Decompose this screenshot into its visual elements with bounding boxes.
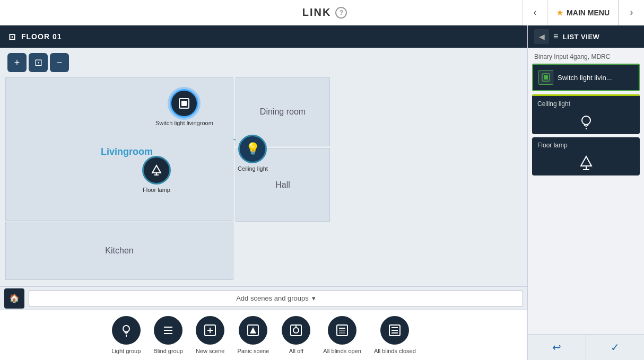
add-scenes-button[interactable]: Add scenes and groups ▾: [29, 290, 523, 307]
floor-lamp-icon: [150, 164, 163, 177]
device-info: Binary Input 4gang, MDRC: [528, 48, 644, 64]
svg-rect-20: [337, 325, 347, 336]
device-floor-lamp-circle: [142, 156, 171, 185]
scene-panic-scene[interactable]: Panic scene: [237, 316, 269, 354]
star-icon: ★: [556, 8, 563, 17]
zoom-out-button[interactable]: −: [50, 53, 69, 72]
switch-item-icon: [538, 70, 553, 85]
scene-all-blinds-closed-icon: [380, 316, 409, 345]
scene-light-group-icon: [112, 316, 141, 345]
confirm-button[interactable]: ✓: [586, 335, 644, 360]
svg-marker-4: [152, 165, 161, 173]
scene-blind-group-icon: [154, 316, 182, 345]
collapse-panel-button[interactable]: ◀: [534, 29, 549, 44]
list-view-icon: ≡: [553, 32, 559, 41]
scene-all-off-icon: [282, 316, 310, 345]
scene-all-blinds-closed-label: All blinds closed: [374, 348, 416, 354]
scene-blind-group[interactable]: Blind group: [153, 316, 183, 354]
ceiling-light-item-label: Ceiling light: [532, 96, 640, 109]
floor-lamp-list-icon: [578, 154, 595, 171]
room-dining-label: Dining room: [260, 107, 306, 117]
scene-panic-scene-icon: [239, 316, 267, 345]
floor-header: ⊡ FLOOR 01: [0, 25, 527, 48]
left-panel: ⊡ FLOOR 01 + ⊡ − Kitchen Dining ro: [0, 25, 527, 360]
floor-title: FLOOR 01: [21, 32, 62, 41]
switch-light-item-label: Switch light livin...: [558, 74, 612, 82]
fit-button[interactable]: ⊡: [29, 53, 48, 72]
home-icon: 🏠: [9, 293, 20, 303]
list-item-ceiling-light[interactable]: Ceiling light: [532, 94, 640, 134]
device-ceiling-light[interactable]: 💡 Ceiling light: [238, 135, 268, 172]
zoom-in-button[interactable]: +: [7, 53, 27, 72]
scene-all-blinds-open-icon: [328, 316, 356, 345]
back-button[interactable]: ↩: [528, 335, 586, 360]
nav-area: ‹ ★ MAIN MENU ›: [522, 0, 644, 25]
right-actions: ↩ ✓: [528, 334, 644, 360]
scene-all-off-label: All off: [289, 348, 303, 354]
next-button[interactable]: ›: [619, 0, 644, 25]
help-icon[interactable]: ?: [335, 7, 347, 19]
svg-rect-3: [181, 101, 187, 106]
svg-point-7: [123, 326, 129, 332]
device-floor-lamp[interactable]: Floor lamp: [142, 156, 171, 193]
room-kitchen-label: Kitchen: [105, 246, 133, 256]
ceiling-light-icon: [578, 113, 595, 130]
scene-all-blinds-open-label: All blinds open: [323, 348, 361, 354]
floor-lamp-item-icon: [532, 150, 640, 175]
home-button[interactable]: 🏠: [4, 288, 24, 309]
panic-scene-icon: [246, 323, 260, 338]
device-floor-lamp-label: Floor lamp: [143, 187, 170, 193]
svg-point-18: [293, 328, 299, 333]
right-panel: ◀ ≡ LIST VIEW Binary Input 4gang, MDRC S…: [527, 25, 644, 360]
list-item-switch-light[interactable]: Switch light livin...: [532, 64, 640, 91]
device-switch-light-label: Switch light livingroom: [155, 120, 213, 126]
svg-marker-32: [581, 156, 591, 166]
scene-all-blinds-open[interactable]: All blinds open: [323, 316, 361, 354]
svg-point-30: [582, 116, 590, 125]
room-kitchen: Kitchen: [5, 222, 233, 280]
list-item-floor-lamp[interactable]: Floor lamp: [532, 137, 640, 175]
scene-panic-scene-label: Panic scene: [237, 348, 269, 354]
list-item-switch-inner: Switch light livin...: [532, 64, 640, 91]
scene-all-blinds-closed[interactable]: All blinds closed: [374, 316, 416, 354]
ceiling-light-icon: 💡: [246, 142, 260, 156]
new-scene-icon: [203, 323, 217, 338]
light-group-icon: [119, 323, 134, 338]
scene-new-scene-icon: [196, 316, 224, 345]
scene-light-group[interactable]: Light group: [111, 316, 141, 354]
blind-group-icon: [161, 323, 176, 338]
main-menu-button[interactable]: ★ MAIN MENU: [547, 0, 619, 25]
svg-marker-16: [250, 327, 256, 333]
ceiling-light-item-icon: [532, 109, 640, 134]
all-blinds-open-icon: [335, 323, 350, 338]
scene-new-scene-label: New scene: [196, 348, 224, 354]
room-hall-label: Hall: [275, 180, 290, 190]
list-item-floor-inner: Floor lamp: [532, 137, 640, 175]
scene-light-group-label: Light group: [111, 348, 141, 354]
switch-light-icon: [178, 97, 190, 110]
device-ceiling-light-label: Ceiling light: [238, 165, 268, 172]
scene-all-off[interactable]: All off: [282, 316, 310, 354]
app-title-area: LINK ?: [127, 6, 522, 19]
bottom-bar: 🏠 Add scenes and groups ▾: [0, 286, 527, 310]
floor-icon: ⊡: [8, 32, 16, 42]
switch-icon: [542, 73, 550, 82]
top-bar: LINK ? ‹ ★ MAIN MENU ›: [0, 0, 644, 25]
main-menu-label: MAIN MENU: [567, 8, 610, 17]
main-layout: ⊡ FLOOR 01 + ⊡ − Kitchen Dining ro: [0, 25, 644, 360]
all-off-icon: [289, 323, 303, 338]
chevron-down-icon: ▾: [312, 294, 316, 302]
add-scenes-label: Add scenes and groups: [236, 294, 309, 302]
device-switch-light[interactable]: Switch light livingroom: [155, 89, 213, 126]
device-switch-light-circle: [170, 89, 198, 118]
all-blinds-closed-icon: [387, 323, 402, 338]
scene-new-scene[interactable]: New scene: [196, 316, 224, 354]
right-panel-header: ◀ ≡ LIST VIEW: [528, 25, 644, 48]
scene-blind-group-label: Blind group: [153, 348, 183, 354]
device-ceiling-light-circle: 💡: [238, 135, 267, 163]
list-view-label: LIST VIEW: [563, 33, 600, 41]
prev-button[interactable]: ‹: [522, 0, 547, 25]
floor-lamp-item-label: Floor lamp: [532, 137, 573, 150]
scenes-toolbar: Light group Blind group: [0, 310, 527, 360]
app-title: LINK: [302, 6, 332, 19]
